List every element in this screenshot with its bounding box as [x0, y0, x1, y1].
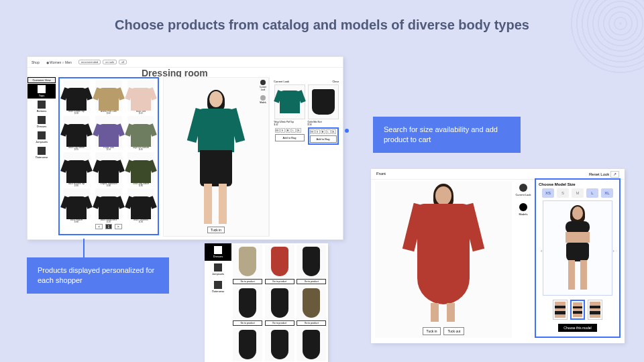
clear-look[interactable]: Clear	[332, 80, 339, 83]
model-thumbnail[interactable]	[553, 300, 568, 320]
mid-category-jumpsuits[interactable]: Jumpsuits	[205, 261, 231, 278]
gender-toggle[interactable]: ◉ Women ○ Men	[46, 60, 72, 64]
dress-catalog-panel: DressesJumpsuitsOuterwear Go to productG…	[205, 243, 328, 362]
tab-current-look[interactable]: Current Look	[258, 80, 268, 91]
product-card[interactable]: Animal Print Cami$ 32	[93, 80, 124, 115]
go-to-product-button[interactable]: Go to product	[297, 279, 326, 284]
dressing-room-panel: Shop ◉ Women ○ Men recommended on sale a…	[27, 56, 343, 240]
dress-card[interactable]: Go to product	[265, 286, 294, 326]
model-thumbnail[interactable]	[588, 300, 602, 320]
category-dresses[interactable]: Dresses	[28, 115, 56, 129]
product-card[interactable]: Blush Tank$ 22	[125, 80, 156, 115]
app-header: Shop ◉ Women ○ Men recommended on sale a…	[28, 57, 343, 68]
decorative-circles	[570, 0, 644, 74]
product-card[interactable]: Black Ruched Top$ 30	[61, 152, 92, 187]
product-card[interactable]: Black Peplum$ 36	[61, 188, 92, 223]
tab-models[interactable]: Models	[515, 203, 532, 216]
go-to-product-button[interactable]: Go to product	[265, 320, 294, 326]
page-next[interactable]: >	[115, 224, 122, 229]
tab-models[interactable]: Models	[260, 95, 266, 104]
export-icon[interactable]: ↗	[610, 171, 619, 178]
right-model-viewport[interactable]: Tuck in Tuck out	[375, 181, 512, 338]
page-prev[interactable]: <	[95, 224, 103, 229]
size-L[interactable]: L	[326, 129, 331, 134]
category-jumpsuits[interactable]: Jumpsuits	[28, 130, 56, 145]
size-XS[interactable]: XS	[310, 129, 315, 134]
product-card[interactable]: Black Crewneck$ 28	[125, 188, 156, 223]
tuck-out-button[interactable]: Tuck out	[443, 327, 464, 335]
product-card[interactable]: Black Scoop Neck$ 26	[93, 188, 124, 223]
size-XL[interactable]: XL	[297, 128, 301, 133]
dress-card[interactable]: Go to product	[265, 328, 294, 362]
size-option-S[interactable]: S	[557, 188, 569, 198]
size-S[interactable]: S	[315, 129, 320, 134]
choose-model-size-panel: Choose Model Size XSSMLXL ‹ › Choose thi…	[535, 178, 621, 338]
filter-pills: recommended on sale all	[78, 60, 127, 64]
size-model-figure	[557, 205, 598, 291]
dress-icon	[214, 281, 222, 289]
next-model-arrow[interactable]: ›	[612, 248, 614, 254]
look-panel-tabs: Current Look Models	[258, 77, 268, 104]
dress-card[interactable]: Go to product	[233, 245, 262, 284]
dress-card[interactable]: Go to product	[233, 328, 262, 362]
right-model-figure	[400, 184, 487, 324]
connector-dot	[345, 129, 349, 133]
add-to-bag-button[interactable]: Add to Bag	[275, 134, 305, 141]
product-card[interactable]: Black V-Neck Top$ 28	[61, 80, 92, 115]
model-bottom	[200, 150, 232, 186]
prev-model-arrow[interactable]: ‹	[541, 248, 543, 254]
mid-category-outerwear[interactable]: Outerwear	[205, 278, 231, 296]
page-current: 1	[105, 224, 113, 229]
size-S[interactable]: S	[280, 128, 285, 133]
filter-sale[interactable]: on sale	[103, 60, 117, 64]
size-XL[interactable]: XL	[331, 129, 336, 134]
size-option-L[interactable]: L	[586, 188, 598, 198]
dress-icon	[38, 116, 46, 124]
go-to-product-button[interactable]: Go to product	[265, 279, 294, 284]
model-preview[interactable]: ‹ ›	[543, 200, 612, 296]
size-L[interactable]: L	[291, 128, 296, 133]
dress-card[interactable]: Go to product	[265, 245, 294, 284]
category-outerwear[interactable]: Outerwear	[28, 145, 56, 160]
size-XS[interactable]: XS	[275, 128, 280, 133]
size-option-XL[interactable]: XL	[601, 188, 613, 198]
filter-all[interactable]: all	[119, 60, 127, 64]
tuck-in-button[interactable]: Tuck in	[423, 327, 441, 335]
dress-card[interactable]: Go to product	[297, 328, 326, 362]
product-card[interactable]: Graphic Sweatshirt$ 38	[93, 152, 124, 187]
go-to-product-button[interactable]: Go to product	[233, 279, 262, 284]
callout-personalized: Products displayed personalized for each…	[27, 257, 169, 294]
view-front-label[interactable]: Front	[376, 172, 386, 176]
go-to-product-button[interactable]: Go to product	[233, 320, 262, 326]
add-to-bag-button[interactable]: Add to Bag	[310, 135, 337, 143]
pagination: < 1 >	[61, 225, 156, 229]
size-panel-title: Choose Model Size	[539, 182, 576, 186]
model-top	[198, 109, 234, 152]
choose-model-button[interactable]: Choose this model	[558, 324, 596, 332]
size-M[interactable]: M	[321, 129, 325, 134]
reset-look-link[interactable]: Reset Look	[589, 172, 609, 176]
tuck-in-button[interactable]: Tuck in	[207, 227, 225, 233]
right-tabs: Current Look Models	[515, 181, 532, 216]
model-thumbnails	[553, 300, 602, 320]
model-thumbnail[interactable]	[570, 300, 585, 320]
mid-category-rail: DressesJumpsuitsOuterwear	[205, 243, 231, 296]
size-M[interactable]: M	[286, 128, 290, 133]
tab-current-look[interactable]: Current Look	[515, 184, 532, 196]
size-option-M[interactable]: M	[572, 188, 584, 198]
product-card[interactable]: Purple Tank$ 24	[93, 116, 124, 151]
dress-card[interactable]: Go to product	[297, 286, 326, 326]
dress-card[interactable]: Go to product	[233, 286, 262, 326]
model-viewport[interactable]: Tuck in	[163, 77, 269, 237]
product-card[interactable]: Olive Long Sleeve$ 34	[125, 152, 156, 187]
mid-category-dresses[interactable]: Dresses	[205, 243, 231, 261]
filter-recommended[interactable]: recommended	[78, 60, 101, 64]
product-card[interactable]: Black Cap Sleeve$ 25	[61, 116, 92, 151]
go-to-product-button[interactable]: Go to product	[297, 320, 326, 326]
category-tops[interactable]: Tops	[28, 84, 56, 99]
category-bottoms[interactable]: Bottoms	[28, 99, 56, 114]
size-option-XS[interactable]: XS	[542, 188, 554, 198]
product-card[interactable]: Sage Knit Sweater$ 45	[125, 116, 156, 151]
look-heading: Current Look	[274, 80, 289, 83]
dress-card[interactable]: Go to product	[297, 245, 326, 284]
